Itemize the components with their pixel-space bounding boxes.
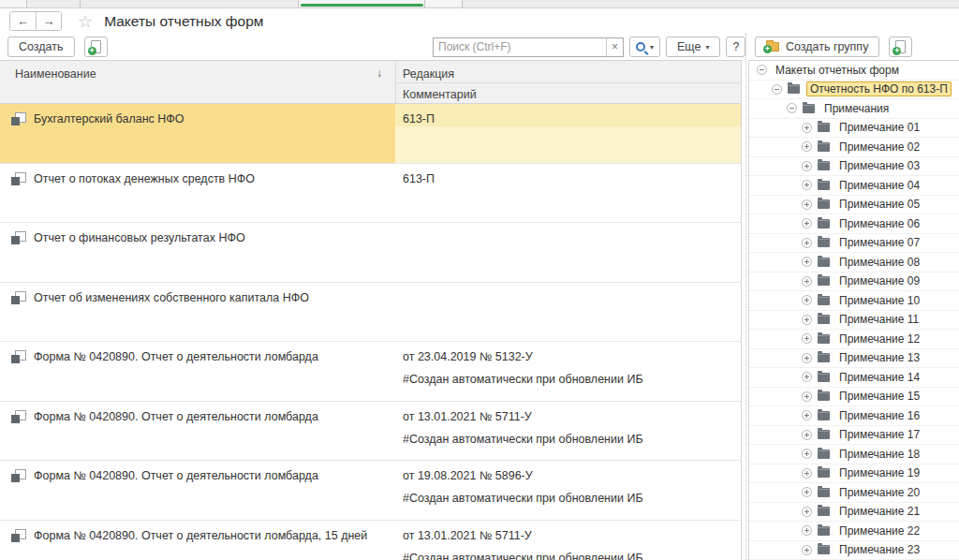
- tree-item[interactable]: Примечание 10: [749, 291, 959, 311]
- tree-item[interactable]: Примечание 01: [749, 119, 959, 139]
- clear-search-icon[interactable]: ×: [606, 38, 623, 56]
- column-header-comment[interactable]: Комментарий: [403, 88, 477, 101]
- expand-plus-icon[interactable]: [802, 315, 812, 325]
- table-row[interactable]: Отчет о потоках денежных средств НФО613-…: [0, 164, 741, 224]
- folder-icon: [788, 84, 800, 94]
- tree-item[interactable]: Примечания: [749, 99, 959, 119]
- tree-item-label: Примечание 07: [836, 235, 922, 250]
- tree-item-label: Примечание 02: [836, 140, 922, 155]
- create-group-button[interactable]: Создать группу: [755, 37, 879, 57]
- expand-plus-icon[interactable]: [802, 353, 812, 363]
- expand-plus-icon[interactable]: [802, 487, 812, 497]
- create-by-copy-button[interactable]: [84, 37, 108, 57]
- tree-item[interactable]: Примечание 05: [749, 196, 959, 215]
- expand-plus-icon[interactable]: [802, 257, 812, 267]
- tree-item[interactable]: Примечание 11: [749, 311, 959, 331]
- expand-plus-icon[interactable]: [802, 218, 812, 228]
- help-button[interactable]: ?: [726, 37, 745, 57]
- expand-plus-icon[interactable]: [802, 180, 812, 190]
- more-button[interactable]: Еще ▾: [666, 37, 720, 57]
- expand-plus-icon[interactable]: [802, 430, 812, 440]
- tab-divider: [298, 0, 299, 7]
- favorite-star-icon[interactable]: ☆: [78, 13, 93, 30]
- expand-plus-icon[interactable]: [802, 161, 812, 171]
- tree-item[interactable]: Примечание 20: [749, 483, 959, 503]
- template-name: Отчет об изменениях собственного капитал…: [34, 291, 309, 304]
- expand-plus-icon[interactable]: [802, 449, 812, 459]
- forward-button[interactable]: →: [36, 12, 61, 30]
- expand-plus-icon[interactable]: [802, 372, 812, 382]
- folder-icon: [818, 488, 830, 497]
- tree-item[interactable]: Примечание 06: [749, 214, 959, 234]
- create-button[interactable]: Создать: [7, 37, 75, 57]
- tree-item[interactable]: Примечание 15: [749, 388, 959, 407]
- table-row[interactable]: Форма № 0420890. Отчет о деятельности ло…: [0, 521, 741, 560]
- tree-item[interactable]: Примечание 16: [749, 406, 959, 426]
- search-input[interactable]: [434, 38, 606, 56]
- collapse-minus-icon[interactable]: [787, 103, 797, 113]
- tree-item[interactable]: Примечание 03: [749, 157, 959, 177]
- tree-item-label: Примечание 05: [836, 197, 922, 212]
- active-tab-indicator: [301, 4, 423, 7]
- table-row[interactable]: Отчет о финансовых результатах НФО: [0, 223, 741, 283]
- tree-item[interactable]: Отчетность НФО по 613-П: [749, 81, 959, 100]
- template-name: Отчет о финансовых результатах НФО: [34, 231, 245, 244]
- app-window: ← → ☆ Макеты отчетных форм Создать × ▾ Е…: [0, 0, 959, 560]
- tab-segment[interactable]: [0, 0, 26, 7]
- name-cell: Отчет о потоках денежных средств НФО: [0, 164, 395, 223]
- expand-plus-icon[interactable]: [802, 295, 812, 305]
- tree-item[interactable]: Примечание 04: [749, 176, 959, 196]
- create-group-by-copy-button[interactable]: [889, 37, 912, 57]
- tree-item-label: Примечание 17: [836, 427, 922, 442]
- tree-item[interactable]: Примечание 12: [749, 330, 959, 349]
- table-row[interactable]: Форма № 0420890. Отчет о деятельности ло…: [0, 342, 741, 402]
- expand-plus-icon[interactable]: [802, 123, 812, 133]
- tree-item[interactable]: Примечание 14: [749, 368, 959, 388]
- chevron-down-icon: ▾: [650, 43, 654, 52]
- tree-item[interactable]: Примечание 22: [749, 522, 959, 541]
- tree-item[interactable]: Примечание 09: [749, 273, 959, 292]
- column-header-name[interactable]: Наименование: [15, 67, 96, 81]
- table-row[interactable]: Бухгалтерский баланс НФО613-П: [0, 104, 741, 164]
- column-header-revision[interactable]: Редакция: [403, 67, 454, 81]
- tree-item[interactable]: Примечание 19: [749, 464, 959, 484]
- tree-item[interactable]: Примечание 21: [749, 503, 959, 523]
- expand-plus-icon[interactable]: [802, 468, 812, 479]
- tree-item[interactable]: Примечание 23: [749, 541, 959, 560]
- expand-plus-icon[interactable]: [802, 545, 812, 555]
- tree-item[interactable]: Примечание 08: [749, 253, 959, 273]
- table-row[interactable]: Отчет об изменениях собственного капитал…: [0, 283, 741, 343]
- expand-plus-icon[interactable]: [802, 333, 812, 344]
- plus-badge-icon: [88, 47, 96, 55]
- revision-cell: [395, 104, 741, 163]
- tree-item-label: Примечание 13: [836, 350, 922, 365]
- expand-plus-icon[interactable]: [802, 276, 812, 287]
- expand-plus-icon[interactable]: [802, 525, 812, 536]
- back-button[interactable]: ←: [10, 12, 36, 30]
- tree-item-label: Примечания: [821, 101, 892, 116]
- panel-splitter[interactable]: [745, 34, 746, 560]
- tree-item[interactable]: Примечание 13: [749, 349, 959, 369]
- expand-plus-icon[interactable]: [802, 507, 812, 517]
- name-cell: Форма № 0420890. Отчет о деятельности ло…: [0, 461, 395, 520]
- expand-plus-icon[interactable]: [802, 410, 812, 420]
- expand-plus-icon[interactable]: [802, 199, 812, 210]
- collapse-minus-icon[interactable]: [757, 65, 767, 75]
- search-button[interactable]: ▾: [629, 37, 660, 57]
- expand-plus-icon[interactable]: [802, 391, 812, 402]
- folder-icon: [818, 142, 830, 152]
- tree-item[interactable]: Макеты отчетных форм: [749, 61, 959, 81]
- tree-item[interactable]: Примечание 07: [749, 234, 959, 254]
- tree-item[interactable]: Примечание 18: [749, 445, 959, 464]
- expand-plus-icon[interactable]: [802, 238, 812, 248]
- tree-item-label: Примечание 18: [836, 447, 922, 462]
- expand-plus-icon[interactable]: [802, 141, 812, 152]
- collapse-minus-icon[interactable]: [772, 84, 782, 95]
- comment-text: #Создан автоматически при обновлении ИБ: [403, 373, 643, 386]
- template-icon: [11, 529, 26, 542]
- template-name: Отчет о потоках денежных средств НФО: [34, 172, 255, 185]
- tree-item[interactable]: Примечание 17: [749, 426, 959, 446]
- table-row[interactable]: Форма № 0420890. Отчет о деятельности ло…: [0, 461, 741, 521]
- table-row[interactable]: Форма № 0420890. Отчет о деятельности ло…: [0, 402, 741, 462]
- tree-item[interactable]: Примечание 02: [749, 138, 959, 157]
